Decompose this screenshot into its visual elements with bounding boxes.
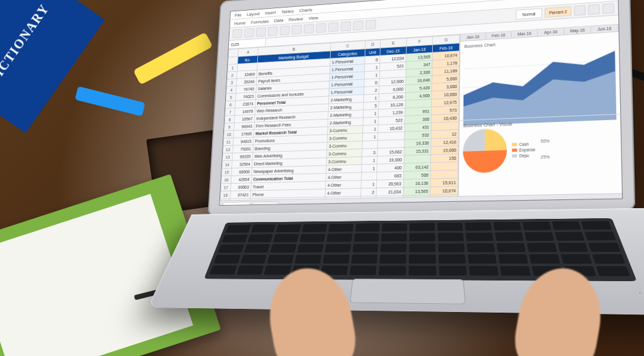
tab-file[interactable]: File [235, 12, 242, 18]
pie-callout: 25% [541, 155, 550, 160]
cell[interactable]: 21,034 [376, 187, 403, 196]
toolbar-button[interactable] [233, 29, 243, 38]
row-header[interactable]: 4 [226, 86, 236, 94]
cell[interactable]: 400 [377, 164, 404, 172]
row-header[interactable]: 18 [220, 191, 231, 199]
toolbar-button[interactable] [280, 26, 290, 35]
tab-tables[interactable]: Tables [281, 8, 294, 14]
ribbon-review[interactable]: Review [289, 16, 303, 22]
select-all-corner[interactable] [228, 49, 238, 57]
row-header[interactable]: 11 [223, 138, 233, 145]
row-header[interactable]: 14 [222, 160, 232, 168]
area-chart: Business Chart [460, 32, 620, 120]
row-header[interactable]: 17 [221, 184, 231, 191]
cell[interactable] [362, 140, 378, 148]
row-header[interactable]: 1 [228, 64, 238, 72]
row-header[interactable]: 3 [227, 79, 237, 86]
cell[interactable]: 1 [362, 125, 378, 133]
toolbar-button[interactable] [304, 24, 314, 33]
row-header[interactable]: 15 [221, 168, 231, 175]
cell[interactable]: 95235 [232, 152, 252, 160]
cell-style-percent[interactable]: Percent 2 [545, 6, 572, 18]
cell[interactable]: 1 [364, 94, 379, 102]
tab-layout[interactable]: Layout [247, 11, 260, 16]
sheet-tab[interactable]: Sheet 1 [223, 201, 250, 205]
cell[interactable]: 1 [363, 117, 379, 125]
cell[interactable]: 19,300 [377, 155, 404, 164]
cell[interactable]: 75031 [233, 145, 253, 153]
row-header[interactable]: 19 [220, 199, 230, 201]
cell[interactable]: 13,565 [403, 187, 431, 196]
ribbon-formulas[interactable]: Formulas [251, 18, 269, 25]
toolbar-button[interactable] [328, 22, 339, 32]
cell[interactable]: 10,674 [430, 186, 458, 195]
cell[interactable]: 42654 [231, 175, 252, 184]
toolbar-button[interactable] [244, 28, 254, 38]
cell[interactable] [431, 162, 458, 170]
cell[interactable]: 1 [363, 109, 379, 118]
cell[interactable]: 32564 [232, 160, 252, 168]
toolbar-button[interactable] [256, 27, 266, 36]
cell-style-normal[interactable]: Normal [516, 8, 542, 19]
row-header[interactable]: 13 [223, 153, 233, 160]
ribbon-view[interactable]: View [309, 15, 318, 21]
toolbar-button[interactable] [292, 25, 302, 34]
cell[interactable] [431, 170, 458, 179]
cell[interactable]: 07421 [230, 191, 251, 199]
cell[interactable]: 1 [362, 133, 378, 141]
cell[interactable]: 89063 [231, 183, 252, 191]
row-header[interactable]: 8 [225, 116, 235, 123]
toolbar-button[interactable] [340, 21, 351, 31]
laptop-trackpad [350, 279, 466, 304]
cell[interactable]: 68506 [231, 167, 252, 175]
cell[interactable]: 20,563 [377, 179, 404, 188]
cell[interactable]: 2 [360, 188, 376, 196]
row-header[interactable]: 12 [223, 145, 233, 153]
cell[interactable]: 4-Other [325, 181, 361, 189]
cell[interactable]: 3 [364, 101, 379, 109]
cell[interactable]: 1 [361, 180, 377, 188]
pie-callout: 50% [540, 139, 549, 144]
cell[interactable]: 150 [431, 153, 458, 162]
row-header[interactable]: 9 [224, 123, 234, 130]
cell[interactable]: 683 [377, 171, 404, 180]
laptop-lid: File Layout Insert Tables Charts Home Fo… [208, 0, 635, 216]
pie-chart: Business Chart - Visual CashExpenseDepo [459, 114, 622, 196]
legend-item: Depo [512, 153, 535, 158]
row-header[interactable]: 2 [227, 71, 237, 79]
spreadsheet-grid[interactable]: ABCDEFG No.Marketing BudgetCategoriesUni… [220, 35, 461, 201]
cell[interactable]: 1 [362, 156, 377, 164]
sheet-tab[interactable]: Sheet 2 [251, 201, 279, 206]
cell[interactable]: 4-Other [325, 188, 361, 197]
cell[interactable]: 1 [362, 164, 377, 172]
tab-charts[interactable]: Charts [299, 7, 313, 13]
toolbar-button[interactable] [602, 3, 614, 14]
toolbar-button[interactable] [353, 21, 364, 31]
row-header[interactable]: 7 [225, 108, 235, 116]
row-header[interactable]: 5 [226, 93, 236, 101]
spreadsheet-app: File Layout Insert Tables Charts Home Fo… [219, 0, 623, 206]
cell[interactable]: 63,142 [404, 163, 431, 172]
toolbar-button[interactable] [365, 19, 376, 30]
cell[interactable] [361, 172, 377, 181]
desk-prop-highlighter [133, 32, 213, 85]
desk-prop-highlighter [75, 86, 145, 116]
tab-insert[interactable]: Insert [265, 9, 276, 15]
toolbar-button[interactable] [316, 23, 326, 33]
row-header[interactable]: 16 [221, 175, 231, 183]
row-header[interactable]: 6 [226, 101, 236, 108]
toolbar-button[interactable] [588, 4, 600, 15]
add-sheet-button[interactable]: + [280, 201, 290, 206]
cell[interactable] [404, 155, 431, 164]
cell[interactable]: 3 [362, 148, 377, 157]
row-header[interactable]: 10 [224, 130, 234, 138]
ribbon-data[interactable]: Data [274, 18, 284, 23]
toolbar-button[interactable] [268, 26, 278, 36]
toolbar-button[interactable] [574, 5, 586, 16]
legend-item: Cash [512, 142, 535, 147]
cell[interactable]: 500 [403, 170, 430, 179]
cell[interactable]: 15,611 [430, 178, 458, 187]
ribbon-home[interactable]: Home [234, 20, 245, 26]
row-header[interactable] [228, 57, 238, 64]
cell[interactable]: 16,136 [403, 179, 430, 187]
